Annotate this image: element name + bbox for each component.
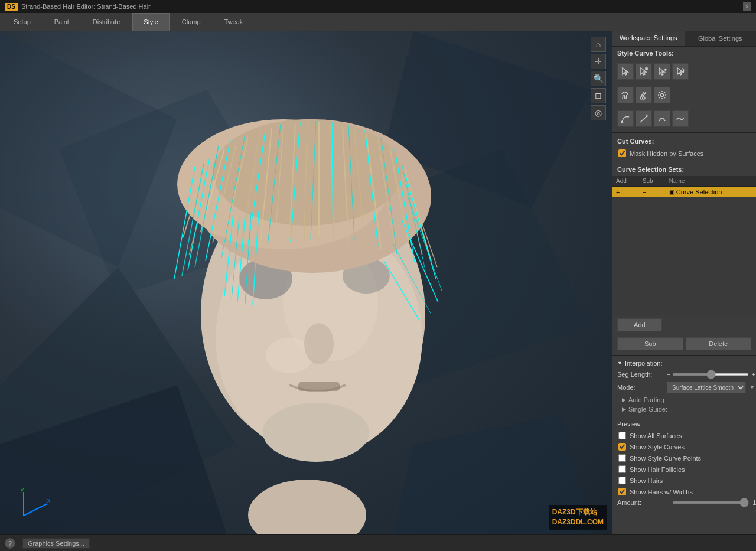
seg-length-slider[interactable] [673,373,749,376]
interp-arrow: ▼ [617,360,623,366]
mask-hidden-row: Mask Hidden by Surfaces [612,148,756,159]
auto-parting-label: Auto Parting [628,396,664,403]
sub-delete-row: Sub Delete [612,334,756,353]
tab-tweak[interactable]: Tweak [213,13,255,31]
add-sub-delete-row: Add [612,315,756,334]
svg-rect-15 [298,382,340,391]
mode-select[interactable]: Surface Lattice Smooth Linear Smooth [667,382,746,393]
show-style-curve-points-row: Show Style Curve Points [612,452,756,464]
tabbar: Setup Paint Distribute Style Clump Tweak [0,13,756,31]
mask-hidden-checkbox[interactable] [618,149,626,157]
viewport-scene [0,31,612,534]
show-style-curve-points-checkbox[interactable] [618,454,626,462]
svg-point-7 [248,480,366,534]
svg-text:x: x [47,497,50,504]
single-guide-label: Single Guide: [628,406,667,413]
tab-style[interactable]: Style [132,13,169,31]
add-button[interactable]: Add [617,318,662,331]
auto-parting-row[interactable]: ▶ Auto Parting [612,395,756,405]
close-button[interactable]: × [743,2,751,11]
table-row[interactable]: + − ▣ Curve Selection [612,187,756,198]
sub-button[interactable]: Sub [617,337,683,350]
mode-dropdown-arrow: ▼ [750,384,755,390]
delete-button[interactable]: Delete [686,337,752,350]
sets-empty-area [612,197,756,315]
sets-col-name: Name [666,176,756,187]
curve-bend-button[interactable] [654,110,670,127]
show-style-curves-row: Show Style Curves [612,441,756,452]
settings-tool-button[interactable] [654,87,670,103]
viewport[interactable]: ⌂ ✛ 🔍 ⊡ ◎ x y DAZ3D下载站 DAZ3DDL.COM [0,31,612,534]
sets-col-sub: Sub [639,176,666,187]
cut-curves-header: Cut Curves: [612,135,756,148]
sets-icon: ▣ [669,189,674,195]
window-title: Strand-Based Hair Editor: Strand-Based H… [21,3,151,10]
workspace-settings-tab[interactable]: Workspace Settings [612,31,685,46]
comb-tool-button[interactable] [617,87,634,103]
preview-header: Preview: [612,418,756,430]
single-guide-row[interactable]: ▶ Single Guide: [612,405,756,414]
tab-paint[interactable]: Paint [43,13,80,31]
fit-button[interactable]: ⊡ [591,88,606,103]
sets-name-label: Curve Selection [676,188,722,195]
show-hairs-checkbox[interactable] [618,477,626,484]
curve-smooth-button[interactable] [672,110,689,127]
select-all-tool-button[interactable] [636,63,652,80]
svg-point-79 [621,122,623,123]
show-hairs-widths-row: Show Hairs w/ Widths [612,486,756,497]
show-hair-follicles-label: Show Hair Follicles [630,466,685,473]
sets-name-cell: ▣ Curve Selection [666,187,756,198]
rotate-tool-button[interactable] [672,63,689,80]
select-tool-button[interactable] [617,63,634,80]
tools-grid-row2 [612,83,756,107]
panel-tabs: Workspace Settings Global Settings [612,31,756,47]
perspective-button[interactable]: ◎ [591,105,606,120]
seg-length-row: Seg Length: − + 1 [612,369,756,380]
home-view-button[interactable]: ⌂ [591,37,606,52]
zoom-button[interactable]: 🔍 [591,71,606,86]
svg-line-80 [640,116,647,122]
svg-line-72 [624,95,625,99]
tab-distribute[interactable]: Distribute [82,13,131,31]
help-button[interactable]: ? [5,538,15,549]
show-style-curves-label: Show Style Curves [630,444,685,451]
tab-setup[interactable]: Setup [2,13,42,31]
tools-grid-row3 [612,107,756,131]
seg-length-plus[interactable]: + [751,371,755,378]
graphics-settings-button[interactable]: Graphics Settings... [22,538,90,549]
sets-sub-cell: − [639,187,666,198]
amount-slider[interactable] [673,501,749,504]
seg-length-minus[interactable]: − [667,371,670,378]
global-settings-tab[interactable]: Global Settings [685,31,757,46]
show-hairs-widths-checkbox[interactable] [618,488,626,495]
titlebar: DS Strand-Based Hair Editor: Strand-Base… [0,0,756,13]
show-all-surfaces-checkbox[interactable] [618,432,626,439]
svg-point-78 [661,94,664,97]
curve-edit-button[interactable] [636,110,652,127]
amount-minus[interactable]: − [667,499,670,506]
interpolation-header[interactable]: ▼ Interpolation: [612,357,756,369]
main-area: ⌂ ✛ 🔍 ⊡ ◎ x y DAZ3D下载站 DAZ3DDL.COM Works… [0,31,756,534]
style-curve-tools-header: Style Curve Tools: [612,47,756,60]
show-all-surfaces-row: Show All Surfaces [612,430,756,441]
show-style-curves-checkbox[interactable] [618,443,626,451]
amount-row: Amount: − 100% [612,497,756,508]
tab-clump[interactable]: Clump [171,13,212,31]
svg-line-71 [623,95,623,99]
amount-label: Amount: [617,499,664,506]
mode-label: Mode: [617,384,664,391]
show-all-surfaces-label: Show All Surfaces [630,432,682,439]
transform-tool-button[interactable] [654,63,670,80]
curve-add-button[interactable] [617,110,634,127]
single-guide-arrow: ▶ [622,406,626,412]
sets-add-cell: + [612,187,639,198]
watermark-line2: DAZ3DDL.COM [552,517,604,527]
show-hair-follicles-checkbox[interactable] [618,465,626,473]
coord-axes: x y [18,486,53,523]
svg-text:y: y [21,487,24,493]
cut-tool-button[interactable] [636,87,652,103]
show-style-curve-points-label: Show Style Curve Points [630,455,701,462]
orbit-button[interactable]: ✛ [591,54,606,69]
svg-point-16 [263,403,369,462]
svg-point-14 [304,323,334,364]
